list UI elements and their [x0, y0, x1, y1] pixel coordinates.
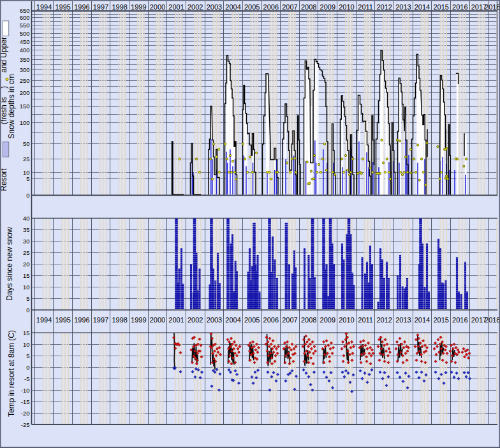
svg-text:2011: 2011	[358, 3, 373, 11]
svg-text:-25: -25	[21, 421, 30, 428]
svg-text:and Upper: and Upper	[0, 37, 8, 73]
svg-text:1996: 1996	[74, 3, 89, 11]
svg-text:25: 25	[23, 249, 30, 256]
svg-text:15: 15	[23, 272, 30, 279]
svg-text:550: 550	[20, 22, 30, 29]
svg-text:2007: 2007	[282, 316, 297, 324]
svg-text:2000: 2000	[150, 316, 165, 324]
svg-text:1998: 1998	[112, 316, 127, 324]
svg-text:2012: 2012	[376, 316, 392, 324]
svg-text:2018: 2018	[485, 316, 500, 324]
svg-text:2018: 2018	[485, 3, 500, 11]
svg-text:2002: 2002	[188, 3, 203, 11]
svg-text:1999: 1999	[131, 3, 146, 11]
svg-text:5: 5	[26, 352, 29, 359]
svg-text:2011: 2011	[358, 316, 373, 324]
svg-text:150: 150	[20, 103, 30, 110]
svg-text:500: 500	[20, 30, 30, 37]
svg-text:1997: 1997	[93, 316, 108, 324]
svg-text:0: 0	[26, 307, 29, 314]
svg-text:10: 10	[23, 284, 30, 291]
svg-text:25: 25	[23, 155, 30, 163]
svg-text:2014: 2014	[415, 316, 430, 324]
svg-text:2013: 2013	[395, 3, 411, 11]
svg-text:2004: 2004	[225, 3, 240, 11]
svg-text:650: 650	[20, 7, 30, 14]
svg-text:5: 5	[26, 175, 29, 182]
svg-text:2001: 2001	[168, 316, 184, 324]
svg-text:5: 5	[26, 295, 29, 302]
svg-text:Resort: Resort	[0, 168, 8, 191]
svg-text:-15: -15	[21, 398, 30, 405]
svg-text:1998: 1998	[112, 3, 127, 11]
svg-text:2006: 2006	[263, 3, 279, 11]
svg-text:1997: 1997	[93, 3, 108, 11]
svg-text:20: 20	[23, 261, 30, 268]
svg-text:Snow depths in cm: Snow depths in cm	[7, 74, 16, 138]
svg-text:300: 300	[20, 66, 30, 73]
svg-text:250: 250	[20, 77, 30, 84]
svg-text:2000: 2000	[150, 3, 165, 11]
svg-text:2005: 2005	[244, 3, 260, 11]
svg-text:2010: 2010	[339, 3, 354, 11]
svg-text:2013: 2013	[395, 316, 411, 324]
svg-text:10: 10	[23, 341, 30, 348]
svg-text:0: 0	[26, 364, 29, 371]
svg-text:50: 50	[23, 140, 30, 147]
svg-text:2015: 2015	[433, 3, 448, 11]
svg-text:400: 400	[20, 47, 30, 54]
svg-text:0: 0	[26, 192, 29, 199]
svg-text:1995: 1995	[55, 3, 70, 11]
svg-text:2012: 2012	[376, 3, 392, 11]
svg-text:2010: 2010	[339, 316, 354, 324]
svg-text:2014: 2014	[415, 3, 430, 11]
svg-text:2008: 2008	[301, 3, 316, 11]
svg-text:2005: 2005	[244, 316, 260, 324]
svg-text:-20: -20	[21, 410, 30, 417]
svg-text:40: 40	[23, 215, 30, 222]
svg-text:1996: 1996	[74, 316, 89, 324]
svg-text:-5: -5	[24, 375, 29, 382]
svg-text:1999: 1999	[131, 316, 146, 324]
svg-text:Days since new snow: Days since new snow	[5, 227, 14, 301]
svg-text:1995: 1995	[55, 316, 70, 324]
svg-text:2004: 2004	[225, 316, 240, 324]
svg-text:15: 15	[23, 329, 30, 336]
svg-text:2007: 2007	[282, 3, 297, 11]
svg-text:2002: 2002	[188, 316, 203, 324]
svg-text:35: 35	[23, 226, 30, 233]
svg-text:2015: 2015	[433, 316, 448, 324]
svg-text:30: 30	[23, 238, 30, 245]
svg-text:-10: -10	[21, 387, 30, 394]
svg-text:350: 350	[20, 56, 30, 63]
svg-text:100: 100	[20, 119, 30, 126]
svg-text:2003: 2003	[207, 316, 222, 324]
svg-text:2016: 2016	[452, 316, 467, 324]
svg-text:2009: 2009	[320, 3, 335, 11]
svg-text:Temp in resort at 8am (C): Temp in resort at 8am (C)	[7, 330, 16, 417]
svg-text:2003: 2003	[207, 3, 222, 11]
svg-text:2006: 2006	[263, 316, 279, 324]
svg-text:10: 10	[23, 169, 30, 176]
svg-text:2008: 2008	[301, 316, 316, 324]
svg-text:450: 450	[20, 38, 30, 45]
svg-text:600: 600	[20, 14, 30, 21]
svg-text:200: 200	[20, 89, 30, 96]
svg-text:2001: 2001	[168, 3, 184, 11]
svg-text:1994: 1994	[36, 316, 52, 324]
svg-text:2009: 2009	[320, 316, 335, 324]
svg-text:2016: 2016	[452, 3, 467, 11]
svg-text:1994: 1994	[36, 3, 52, 11]
